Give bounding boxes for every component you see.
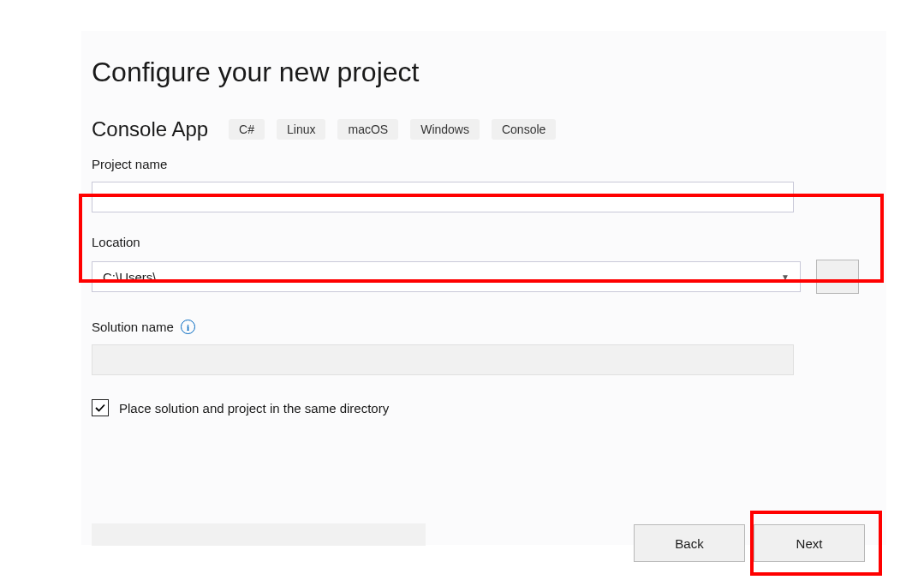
solution-name-input	[92, 344, 794, 375]
location-block: Location C:\Users\... ▼ ...	[81, 235, 886, 294]
location-combobox[interactable]: C:\Users\... ▼	[92, 261, 801, 292]
nav-button-row: Back Next	[634, 524, 865, 562]
same-directory-label: Place solution and project in the same d…	[119, 401, 389, 416]
check-icon	[94, 402, 106, 414]
project-name-input[interactable]	[92, 182, 794, 212]
page-title: Configure your new project	[92, 57, 886, 88]
chevron-down-icon: ▼	[781, 272, 790, 282]
template-name: Console App	[92, 117, 208, 141]
back-button[interactable]: Back	[634, 524, 745, 562]
location-value: C:\Users\...	[103, 270, 167, 284]
same-directory-checkbox-row: Place solution and project in the same d…	[81, 399, 886, 416]
location-label: Location	[92, 235, 886, 249]
next-button[interactable]: Next	[754, 524, 865, 562]
configure-project-panel: Configure your new project Console App C…	[81, 31, 886, 545]
browse-button[interactable]: ...	[816, 260, 859, 294]
same-directory-checkbox[interactable]	[92, 399, 109, 416]
template-tag: Linux	[277, 119, 325, 140]
project-name-label: Project name	[92, 157, 886, 171]
solution-name-label: Solution name	[92, 320, 174, 334]
footer-shade	[92, 523, 426, 546]
project-name-block: Project name	[81, 157, 886, 212]
template-tag: Console	[492, 119, 556, 140]
template-row: Console App C# Linux macOS Windows Conso…	[92, 117, 886, 141]
info-icon[interactable]: i	[181, 320, 195, 334]
solution-name-block: Solution name i	[81, 320, 886, 375]
template-tag: macOS	[337, 119, 398, 140]
template-tag: Windows	[410, 119, 480, 140]
template-tag: C#	[229, 119, 265, 140]
